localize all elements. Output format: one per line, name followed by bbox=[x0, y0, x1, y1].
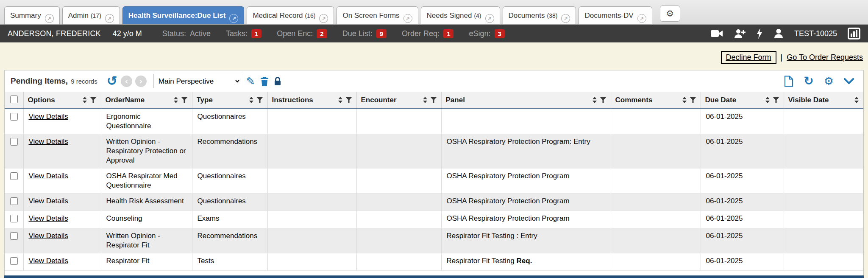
go-to-order-requests-link[interactable]: Go To Order Requests bbox=[787, 53, 863, 62]
refresh-icon[interactable]: ↻ bbox=[804, 75, 813, 87]
add-user-icon[interactable] bbox=[734, 28, 746, 39]
instructions-cell bbox=[267, 134, 356, 168]
row-checkbox[interactable] bbox=[10, 215, 18, 222]
tab-label: On Screen Forms bbox=[342, 11, 399, 20]
popout-icon[interactable]: ↗ bbox=[637, 14, 646, 23]
panel-text: OSHA Respiratory Protection Program bbox=[447, 172, 570, 180]
sort-icon[interactable] bbox=[682, 97, 687, 103]
panel-cell bbox=[441, 109, 611, 134]
filter-icon[interactable] bbox=[431, 97, 437, 103]
popout-icon[interactable]: ↗ bbox=[403, 14, 412, 23]
view-details-link[interactable]: View Details bbox=[29, 172, 68, 180]
filter-icon[interactable] bbox=[773, 97, 779, 103]
sort-icon[interactable] bbox=[765, 97, 770, 103]
row-checkbox[interactable] bbox=[10, 138, 18, 146]
view-details-link[interactable]: View Details bbox=[29, 197, 68, 205]
reset-perspective-icon[interactable]: ↺ bbox=[107, 75, 117, 87]
video-camera-icon[interactable] bbox=[710, 29, 723, 38]
column-header-encounter[interactable]: Encounter bbox=[356, 92, 441, 109]
filter-icon[interactable] bbox=[257, 97, 263, 103]
filter-icon[interactable] bbox=[690, 97, 696, 103]
delete-perspective-icon[interactable] bbox=[260, 76, 269, 86]
view-details-link[interactable]: View Details bbox=[29, 257, 68, 265]
open-enc-counter: Open Enc: 2 bbox=[277, 29, 327, 38]
sort-icon[interactable] bbox=[593, 97, 597, 103]
visible-date-cell bbox=[784, 109, 863, 134]
popout-icon[interactable]: ↗ bbox=[319, 14, 328, 23]
user-icon[interactable] bbox=[773, 28, 784, 39]
new-document-icon[interactable] bbox=[784, 76, 793, 87]
view-details-link[interactable]: View Details bbox=[29, 214, 68, 222]
tasks-badge[interactable]: 1 bbox=[251, 29, 262, 38]
lock-icon[interactable] bbox=[274, 76, 281, 86]
chevron-down-icon[interactable] bbox=[844, 78, 854, 84]
tab-documents-dv[interactable]: Documents-DV ↗ bbox=[579, 6, 652, 24]
filter-icon[interactable] bbox=[90, 97, 97, 103]
tab-admin[interactable]: Admin (17) ↗ bbox=[62, 6, 120, 24]
status-label: Status: bbox=[162, 29, 186, 38]
column-header-due-date[interactable]: Due Date bbox=[701, 92, 784, 109]
esign-badge[interactable]: 3 bbox=[495, 29, 505, 38]
row-checkbox[interactable] bbox=[10, 257, 18, 265]
column-header-comments[interactable]: Comments bbox=[611, 92, 701, 109]
filter-icon[interactable] bbox=[181, 97, 188, 103]
next-icon: › bbox=[135, 76, 147, 87]
popout-icon[interactable]: ↗ bbox=[485, 14, 494, 23]
column-header-ordername[interactable]: OrderName bbox=[101, 92, 192, 109]
view-details-link[interactable]: View Details bbox=[29, 138, 68, 146]
grid-settings-icon[interactable]: ⚙ bbox=[824, 76, 834, 87]
column-header-panel[interactable]: Panel bbox=[441, 92, 611, 109]
popout-icon[interactable]: ↗ bbox=[561, 14, 570, 23]
edit-perspective-icon[interactable]: ✎ bbox=[246, 75, 255, 87]
tab-on-screen-forms[interactable]: On Screen Forms ↗ bbox=[337, 6, 418, 24]
row-checkbox[interactable] bbox=[10, 197, 18, 205]
due-list-badge[interactable]: 9 bbox=[376, 29, 387, 38]
tab-documents[interactable]: Documents (38) ↗ bbox=[503, 6, 576, 24]
sort-icon[interactable] bbox=[423, 97, 427, 103]
column-header-visible-date[interactable]: Visible Date bbox=[784, 92, 863, 109]
action-links: Decline Form | Go To Order Requests bbox=[0, 51, 863, 64]
tab-summary[interactable]: Summary ↗ bbox=[4, 6, 60, 24]
column-header-type[interactable]: Type bbox=[192, 92, 267, 109]
view-details-link[interactable]: View Details bbox=[29, 112, 68, 121]
order-req-badge[interactable]: 1 bbox=[443, 29, 453, 38]
filter-icon[interactable] bbox=[346, 97, 352, 103]
type-cell: Recommendations bbox=[192, 134, 267, 168]
popout-icon[interactable]: ↗ bbox=[229, 14, 238, 23]
row-checkbox[interactable] bbox=[10, 113, 18, 121]
sort-icon[interactable] bbox=[174, 97, 178, 103]
tab-count: (17) bbox=[91, 12, 101, 19]
row-checkbox[interactable] bbox=[10, 232, 18, 240]
perspective-select[interactable]: Main Perspective bbox=[153, 74, 241, 88]
instructions-cell bbox=[267, 194, 356, 211]
tab-medical-record[interactable]: Medical Record (16) ↗ bbox=[247, 6, 334, 24]
sort-icon[interactable] bbox=[338, 97, 342, 103]
sort-icon[interactable] bbox=[249, 97, 253, 103]
open-enc-badge[interactable]: 2 bbox=[317, 29, 327, 38]
bar-chart-icon[interactable] bbox=[848, 28, 860, 39]
tab-settings-button[interactable]: ⚙ bbox=[660, 6, 680, 22]
row-checkbox[interactable] bbox=[10, 172, 18, 180]
panel-cell: OSHA Respiratory Protection Program bbox=[441, 168, 611, 194]
tab-health-surveillance-due-list[interactable]: Health Surveillance:Due List ↗ bbox=[122, 6, 245, 24]
tab-needs-signed[interactable]: Needs Signed (4) ↗ bbox=[421, 6, 500, 24]
decline-form-link[interactable]: Decline Form bbox=[721, 51, 776, 64]
tab-count: (16) bbox=[305, 12, 316, 19]
column-label: OrderName bbox=[106, 96, 170, 104]
popout-icon[interactable]: ↗ bbox=[105, 14, 114, 23]
pending-items-panel: Pending Items, 9 records ↺ ‹ › Main Pers… bbox=[4, 70, 864, 278]
filter-icon[interactable] bbox=[600, 97, 606, 103]
options-cell: View Details bbox=[23, 228, 101, 253]
type-cell: Exams bbox=[192, 211, 267, 228]
open-enc-label: Open Enc: bbox=[277, 29, 313, 38]
sort-icon[interactable] bbox=[854, 97, 859, 103]
column-label: Panel bbox=[446, 96, 589, 104]
popout-icon[interactable]: ↗ bbox=[45, 14, 54, 23]
sort-icon[interactable] bbox=[83, 97, 87, 103]
select-all-checkbox[interactable] bbox=[10, 95, 18, 103]
column-header-options[interactable]: Options bbox=[23, 92, 101, 109]
lightning-icon[interactable] bbox=[756, 28, 763, 39]
panel-text: Respirator Fit Testing : Entry bbox=[447, 232, 537, 240]
view-details-link[interactable]: View Details bbox=[29, 232, 68, 240]
column-header-instructions[interactable]: Instructions bbox=[267, 92, 356, 109]
